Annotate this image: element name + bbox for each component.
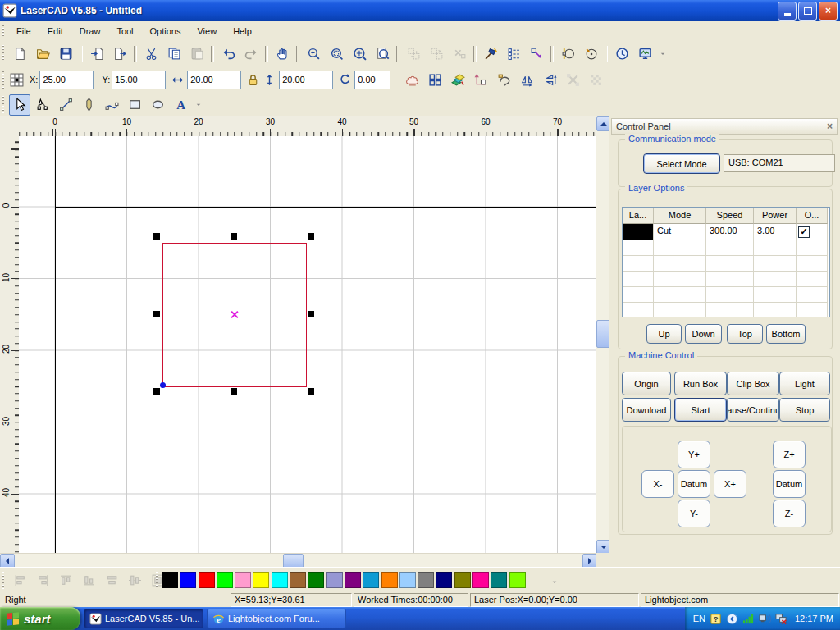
object-origin-node[interactable] [160,382,166,388]
palette-swatch-1[interactable] [180,572,196,588]
output-checkbox[interactable]: ✓ [798,226,810,238]
palette-swatch-6[interactable] [272,572,288,588]
palette-swatch-9[interactable] [326,572,343,588]
cut[interactable] [140,43,162,65]
jog-z-0-button[interactable]: Z+ [773,441,806,468]
y-input[interactable] [112,71,166,89]
layer-bottom-button[interactable]: Bottom [766,324,806,344]
machine-clip-box-button[interactable]: Clip Box [727,372,779,395]
new-document[interactable] [9,43,30,65]
selection-handle[interactable] [231,233,237,240]
lock-icon[interactable] [244,71,261,88]
palette-swatch-3[interactable] [217,572,233,588]
machine-pause-continue-button[interactable]: Pause/Continue [727,398,779,422]
layer-row[interactable]: Cut300.003.00✓ [623,224,829,240]
jog-x-plus-button[interactable]: X+ [714,470,746,498]
minimize-button[interactable] [778,2,797,21]
drawing-canvas[interactable] [19,136,596,553]
machine-start-button[interactable]: Start [674,398,727,422]
preview[interactable] [634,43,655,65]
x-input[interactable] [39,71,94,89]
node-edit-tool[interactable] [32,94,53,116]
size-origin[interactable] [470,69,491,90]
select-mode-button[interactable]: Select Mode [643,153,720,174]
toolbar-gripper[interactable] [2,71,4,89]
selection-handle[interactable] [308,388,314,395]
palette-swatch-8[interactable] [308,572,324,588]
palette-swatch-17[interactable] [472,572,489,588]
selection-handle[interactable] [231,388,237,395]
palette-swatch-18[interactable] [491,572,507,588]
menu-options[interactable]: Options [142,23,189,39]
anchor-grid-icon[interactable] [8,71,25,88]
machine-stop-button[interactable]: Stop [779,398,830,422]
close-button[interactable]: × [819,2,838,21]
machine-download-button[interactable]: Download [622,398,671,422]
palette-swatch-4[interactable] [235,572,251,588]
toolbar-gripper[interactable] [2,45,4,63]
layer-color-cell[interactable] [623,224,654,240]
palette-swatch-15[interactable] [436,572,452,588]
pan[interactable] [272,43,293,65]
layer-column-4[interactable]: O... [797,208,828,224]
height-input[interactable] [279,71,333,89]
palette-swatch-10[interactable] [345,572,361,588]
simulate[interactable] [480,43,501,65]
draw-toolbar-options[interactable] [193,94,204,116]
output-list[interactable] [503,43,524,65]
layer-speed-cell[interactable]: 300.00 [706,224,754,240]
restore-button[interactable] [798,2,817,21]
hide-icons-chevron[interactable] [726,613,738,625]
selection-handle[interactable] [153,388,160,395]
array-copy[interactable] [424,69,445,90]
line-tool[interactable] [55,94,76,116]
array-output[interactable] [401,69,422,90]
toolbar-gripper[interactable] [2,96,4,112]
undo[interactable] [217,43,239,65]
layer-up-button[interactable]: Up [646,324,682,344]
palette-options[interactable] [549,571,560,592]
palette-swatch-16[interactable] [454,572,471,588]
export-file[interactable] [109,43,130,65]
layer-column-0[interactable]: La... [623,208,654,224]
jog-z-2-button[interactable]: Z- [773,500,806,527]
selection-handle[interactable] [153,311,160,317]
menu-help[interactable]: Help [225,23,260,39]
toolbar-options[interactable] [657,43,669,65]
selection-handle[interactable] [308,233,314,240]
layer-power-cell[interactable]: 3.00 [754,224,797,240]
palette-swatch-19[interactable] [509,572,526,588]
messenger-icon[interactable] [710,613,722,625]
control-panel-close-icon[interactable]: × [827,121,833,132]
mirror-vertical[interactable] [539,69,560,90]
menu-file[interactable]: File [8,23,39,39]
layer-mode-cell[interactable]: Cut [654,224,706,240]
curve-tool[interactable] [101,94,122,116]
zoom-all[interactable] [349,43,370,65]
zoom-page[interactable] [372,43,393,65]
machine-origin-button[interactable]: Origin [622,372,671,395]
jog-x-minus-button[interactable]: X- [641,470,674,498]
menu-draw[interactable]: Draw [71,23,109,39]
text-tool[interactable] [170,94,191,116]
rotate-object[interactable] [493,69,514,90]
jog-y-minus-button[interactable]: Y- [678,500,710,527]
zoom-window[interactable] [326,43,347,65]
save-file[interactable] [55,43,76,65]
start-button[interactable]: start [0,607,80,630]
layer-table[interactable]: La...ModeSpeedPowerO...Cut300.003.00✓ [622,207,830,317]
toolbar-gripper[interactable] [2,572,4,590]
open-file[interactable] [32,43,53,65]
task-browser[interactable]: Lightobject.com Foru... [207,609,346,628]
palette-swatch-12[interactable] [381,572,398,588]
time-estimate[interactable] [611,43,632,65]
palette-swatch-7[interactable] [290,572,306,588]
toolbar-gripper[interactable] [156,572,158,588]
rectangle-tool[interactable] [124,94,145,116]
jog-y-plus-button[interactable]: Y+ [678,441,710,468]
layer-down-button[interactable]: Down [685,324,722,344]
layer-top-button[interactable]: Top [727,324,763,344]
polyline-tool[interactable] [78,94,99,116]
network-error-icon[interactable] [775,613,788,625]
toolbar-gripper[interactable] [2,25,4,39]
